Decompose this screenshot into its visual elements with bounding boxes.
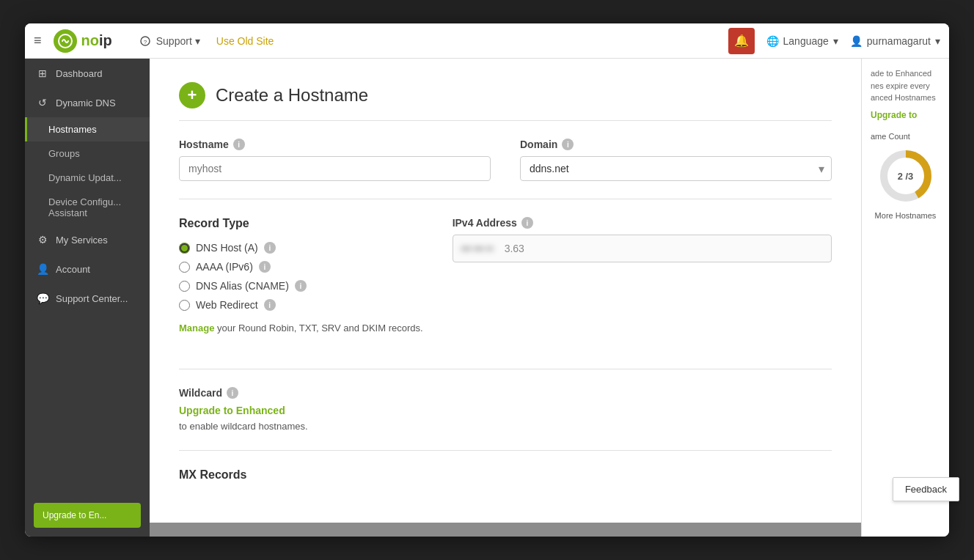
ipv4-input[interactable]	[453, 235, 832, 262]
sidebar-item-device-config[interactable]: Device Configu... Assistant	[25, 190, 150, 225]
radio-dns-host-a[interactable]: DNS Host (A) i	[179, 242, 423, 254]
section-divider-2	[179, 369, 832, 369]
ipv4-blurred-part: ••• ••• ••	[461, 243, 494, 254]
sidebar-item-label: My Services	[56, 235, 108, 246]
wildcard-section: Wildcard i Upgrade to Enhanced to enable…	[179, 387, 832, 432]
manage-link[interactable]: Manage	[179, 323, 214, 334]
account-icon: 👤	[37, 263, 48, 275]
ipv4-section: IPv4 Address i ••• ••• ••	[453, 217, 832, 351]
sidebar-item-dynamic-dns[interactable]: ↺ Dynamic DNS	[25, 88, 150, 117]
ipv4-info-icon[interactable]: i	[521, 217, 533, 229]
manage-link-row: Manage your Round Robin, TXT, SRV and DK…	[179, 323, 423, 334]
device-config-label: Device Configu... Assistant	[48, 196, 138, 218]
sidebar-item-label: Support Center...	[56, 293, 128, 304]
ipv4-label: IPv4 Address i	[453, 217, 832, 229]
hostname-label: Hostname i	[179, 139, 491, 150]
domain-label: Domain i	[520, 139, 832, 150]
domain-group: Domain i ddns.net hopto.org zapto.org sy…	[520, 139, 832, 181]
right-panel-upgrade-link[interactable]: Upgrade to	[871, 110, 917, 120]
sidebar-bottom: Upgrade to En...	[25, 494, 150, 537]
language-selector[interactable]: 🌐 Language ▾	[766, 35, 838, 47]
modal-title: Create a Hostname	[216, 85, 368, 106]
hostnames-label: Hostnames	[48, 124, 97, 135]
ipv4-input-wrapper: ••• ••• ••	[453, 235, 832, 262]
sidebar-item-groups[interactable]: Groups	[25, 141, 150, 166]
hamburger-icon[interactable]: ≡	[34, 33, 42, 48]
hostname-input[interactable]	[179, 156, 491, 181]
logo-icon	[54, 29, 77, 53]
section-divider-3	[179, 450, 832, 451]
my-services-icon: ⚙	[37, 234, 48, 246]
radio-aaaa-ipv6-input[interactable]	[179, 262, 190, 273]
mx-records-title: MX Records	[179, 468, 832, 482]
feedback-button[interactable]: Feedback	[893, 477, 959, 501]
wildcard-desc: to enable wildcard hostnames.	[179, 421, 308, 432]
record-type-section: Record Type DNS Host (A) i	[179, 217, 423, 334]
dashboard-icon: ⊞	[37, 67, 48, 79]
user-chevron-icon: ▾	[935, 35, 940, 47]
radio-dns-alias-cname-input[interactable]	[179, 281, 190, 292]
support-label: Support	[156, 35, 192, 47]
support-center-icon: 💬	[37, 292, 48, 304]
sidebar-item-label: Dashboard	[56, 68, 103, 79]
wildcard-label: Wildcard i	[179, 387, 832, 399]
logo-area: noip	[54, 29, 112, 53]
domain-select[interactable]: ddns.net hopto.org zapto.org sytes.net m…	[520, 156, 832, 181]
sidebar-item-support-center[interactable]: 💬 Support Center...	[25, 284, 150, 313]
donut-text: 2 /3	[898, 170, 914, 181]
manage-link-text: your Round Robin, TXT, SRV and DKIM reco…	[217, 323, 423, 334]
svg-text:?: ?	[144, 39, 147, 45]
sidebar-item-label: Account	[56, 264, 90, 275]
modal-header: + Create a Hostname	[179, 82, 832, 121]
modal-overlay: + Create a Hostname Hostname i	[150, 59, 861, 537]
logo-text: noip	[81, 32, 112, 49]
hostname-count-label: ame Count	[871, 132, 940, 141]
sidebar-item-dynamic-update[interactable]: Dynamic Updat...	[25, 166, 150, 190]
dynamic-dns-icon: ↺	[37, 97, 48, 108]
dynamic-update-label: Dynamic Updat...	[48, 172, 122, 183]
groups-label: Groups	[48, 148, 80, 159]
language-chevron-icon: ▾	[833, 35, 838, 47]
domain-info-icon[interactable]: i	[562, 139, 574, 150]
plus-icon: +	[179, 82, 205, 108]
username-label: purnamagarut	[867, 35, 931, 47]
create-hostname-modal: + Create a Hostname Hostname i	[150, 59, 861, 523]
right-panel: ade to Enhanced nes expire every anced H…	[861, 59, 949, 537]
sidebar-item-account[interactable]: 👤 Account	[25, 254, 150, 284]
hostname-group: Hostname i	[179, 139, 491, 181]
wildcard-upgrade-link[interactable]: Upgrade to Enhanced	[179, 405, 832, 416]
dns-host-a-info-icon[interactable]: i	[264, 242, 276, 254]
record-type-ipv4-row: Record Type DNS Host (A) i	[179, 217, 832, 351]
radio-dns-host-a-input[interactable]	[179, 243, 190, 254]
hostname-domain-row: Hostname i Domain i	[179, 139, 832, 181]
radio-dns-alias-cname[interactable]: DNS Alias (CNAME) i	[179, 280, 423, 292]
more-hostnames-text: More Hostnames	[871, 211, 940, 220]
support-nav[interactable]: ? Support ▾	[133, 31, 208, 51]
sidebar-item-label: Dynamic DNS	[56, 97, 116, 108]
web-redirect-info-icon[interactable]: i	[264, 299, 276, 311]
record-type-title: Record Type	[179, 217, 423, 230]
wildcard-info-icon[interactable]: i	[227, 387, 238, 399]
radio-web-redirect-input[interactable]	[179, 300, 190, 311]
radio-web-redirect[interactable]: Web Redirect i	[179, 299, 423, 311]
dns-alias-cname-info-icon[interactable]: i	[295, 280, 307, 292]
content-area: + Create a Hostname Hostname i	[150, 59, 861, 537]
mx-section: MX Records	[179, 468, 832, 482]
language-label: Language	[783, 35, 829, 47]
sidebar-upgrade-button[interactable]: Upgrade to En...	[34, 503, 141, 528]
record-type-radio-group: DNS Host (A) i AAAA (IPv6) i	[179, 242, 423, 311]
sidebar-item-dashboard[interactable]: ⊞ Dashboard	[25, 59, 150, 88]
hostname-donut-chart: 2 /3	[876, 147, 935, 205]
domain-select-wrapper: ddns.net hopto.org zapto.org sytes.net m…	[520, 156, 832, 181]
user-menu[interactable]: 👤 purnamagarut ▾	[850, 35, 940, 47]
notifications-button[interactable]: 🔔	[728, 28, 755, 54]
radio-aaaa-ipv6[interactable]: AAAA (IPv6) i	[179, 261, 423, 273]
right-panel-upgrade-text: ade to Enhanced nes expire every anced H…	[871, 67, 940, 104]
use-old-site-link[interactable]: Use Old Site	[216, 35, 274, 47]
sidebar-item-hostnames[interactable]: Hostnames	[25, 117, 150, 141]
main-layout: ⊞ Dashboard ↺ Dynamic DNS Hostnames Grou…	[25, 59, 949, 537]
hostname-info-icon[interactable]: i	[233, 139, 245, 150]
sidebar-item-my-services[interactable]: ⚙ My Services	[25, 225, 150, 254]
aaaa-ipv6-info-icon[interactable]: i	[259, 261, 271, 273]
support-chevron-icon: ▾	[195, 35, 200, 47]
